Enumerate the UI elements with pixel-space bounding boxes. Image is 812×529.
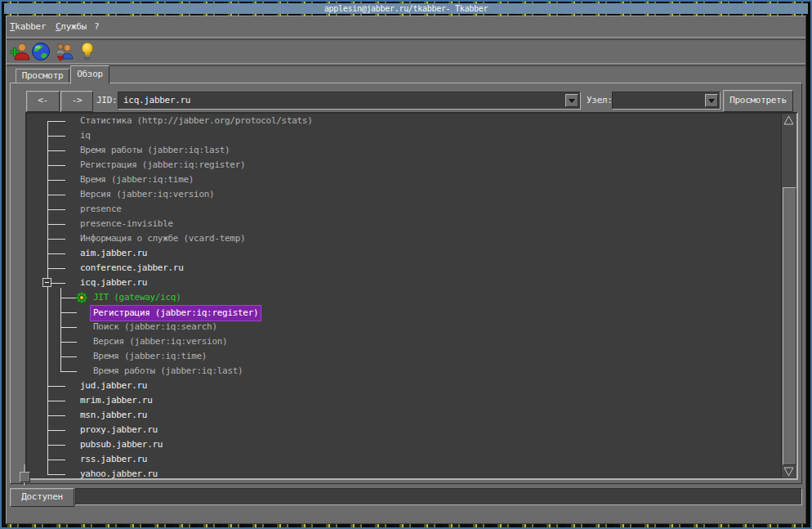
conference-icon[interactable] xyxy=(54,41,75,62)
tree-item[interactable]: iq xyxy=(27,128,796,143)
browser-page: <- -> JID: icq.jabber.ru Узел: Просмотре… xyxy=(10,83,802,484)
tree-item[interactable]: Статистика (http://jabber.org/protocol/s… xyxy=(27,114,796,128)
node-dropdown-arrow-icon[interactable] xyxy=(705,94,718,107)
jid-combobox[interactable]: icq.jabber.ru xyxy=(118,92,581,110)
tree-item[interactable]: mrim.jabber.ru xyxy=(27,393,796,408)
tree-item[interactable]: presence xyxy=(27,202,796,217)
jid-dropdown-arrow-icon[interactable] xyxy=(565,94,578,107)
menu-services[interactable]: Службы xyxy=(56,16,87,37)
tree-item[interactable]: proxy.jabber.ru xyxy=(27,423,796,437)
tab-prosmotr[interactable]: Просмотр xyxy=(16,69,69,83)
tree-item[interactable]: yahoo.jabber.ru xyxy=(27,467,796,478)
collapse-expander-icon[interactable] xyxy=(42,278,51,287)
service-tree-frame: Статистика (http://jabber.org/protocol/s… xyxy=(25,112,798,480)
app-body: Tkabber Службы ? xyxy=(6,16,806,524)
node-combobox[interactable] xyxy=(612,92,721,110)
jid-label: JID: xyxy=(96,91,117,110)
menu-help[interactable]: ? xyxy=(94,16,99,37)
tree-item[interactable]: Время работы (jabber:iq:last) xyxy=(27,143,796,158)
tree-item[interactable]: conference.jabber.ru xyxy=(27,261,796,276)
tree-vertical-scrollbar[interactable] xyxy=(781,114,796,478)
browse-button[interactable]: Просмотреть xyxy=(723,90,793,112)
forward-button[interactable]: -> xyxy=(60,91,93,112)
window-title: applesin@jabber.ru/tkabber- Tkabber xyxy=(324,4,488,13)
menubar: Tkabber Службы ? xyxy=(7,16,805,37)
toolbar-separator xyxy=(7,63,805,66)
tree-item[interactable]: Поиск (jabber:iq:search) xyxy=(27,320,796,334)
toolbar xyxy=(7,39,805,63)
tree-item[interactable]: pubsub.jabber.ru xyxy=(27,437,796,452)
tkabber-window: applesin@jabber.ru/tkabber- Tkabber Tkab… xyxy=(0,0,812,529)
tab-obzor[interactable]: Обзор xyxy=(70,65,109,84)
node-label: Узел: xyxy=(587,91,613,110)
tree-item[interactable]: Время (jabber:iq:time) xyxy=(27,173,796,187)
tree-item-expanded[interactable]: icq.jabber.ru xyxy=(27,276,796,290)
icq-flower-icon xyxy=(76,292,87,303)
tree-item[interactable]: Время работы (jabber:iq:last) xyxy=(27,364,796,379)
new-message-icon[interactable] xyxy=(80,41,101,62)
back-button[interactable]: <- xyxy=(26,91,60,112)
tree-item[interactable]: Информация о службе (vcard-temp) xyxy=(27,231,796,246)
tree-item[interactable]: Версия (jabber:iq:version) xyxy=(27,187,796,202)
tree-item[interactable]: jud.jabber.ru xyxy=(27,379,796,393)
tree-item[interactable]: rss.jabber.ru xyxy=(27,452,796,467)
tree-item[interactable]: Версия (jabber:iq:version) xyxy=(27,334,796,349)
presence-status-button[interactable]: Доступен xyxy=(10,488,74,507)
scroll-up-button[interactable] xyxy=(782,114,796,127)
scrollbar-thumb[interactable] xyxy=(783,187,796,465)
tab-label: Просмотр xyxy=(22,70,64,81)
tree-item-gateway[interactable]: JIT (gateway/icq) xyxy=(27,290,796,305)
scroll-down-button[interactable] xyxy=(782,465,796,478)
tree-item-selected[interactable]: Регистрация (jabber:iq:register) xyxy=(27,305,796,320)
tree-item[interactable]: aim.jabber.ru xyxy=(27,246,796,261)
sash-grip-handle[interactable] xyxy=(20,472,30,482)
add-contact-icon[interactable] xyxy=(10,41,31,62)
tab-label: Обзор xyxy=(77,69,103,79)
tree-item[interactable]: presence-invisible xyxy=(27,217,796,231)
tree-item[interactable]: msn.jabber.ru xyxy=(27,408,796,423)
status-message-field xyxy=(75,488,802,505)
menu-tkabber[interactable]: Tkabber xyxy=(10,16,46,37)
service-tree[interactable]: Статистика (http://jabber.org/protocol/s… xyxy=(27,114,796,478)
window-titlebar[interactable]: applesin@jabber.ru/tkabber- Tkabber xyxy=(4,3,808,14)
tree-item[interactable]: Время (jabber:iq:time) xyxy=(27,349,796,364)
tree-item[interactable]: Регистрация (jabber:iq:register) xyxy=(27,158,796,173)
browse-services-icon[interactable] xyxy=(30,41,51,62)
jid-value[interactable]: icq.jabber.ru xyxy=(123,92,190,108)
